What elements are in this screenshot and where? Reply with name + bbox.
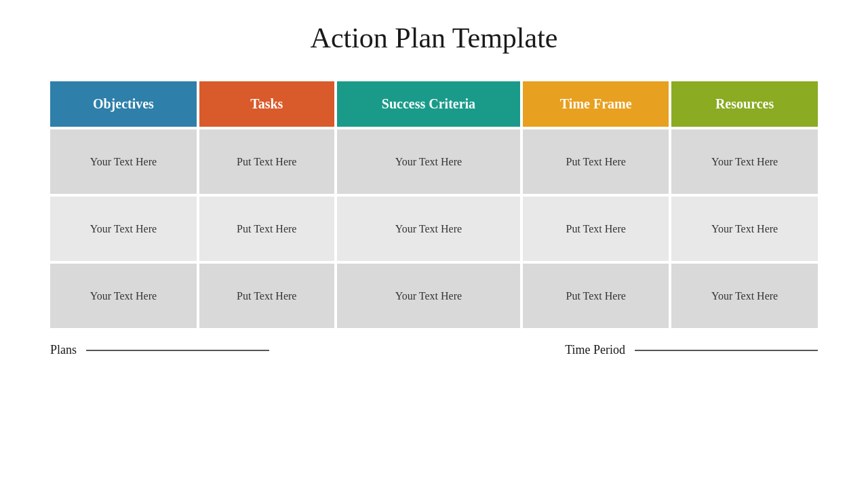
footer-time-period: Time Period: [565, 343, 818, 357]
cell-success-row1[interactable]: Your Text Here: [337, 197, 521, 261]
cell-resources-row0[interactable]: Your Text Here: [671, 129, 818, 194]
cell-timeframe-row0[interactable]: Put Text Here: [523, 129, 669, 194]
header-objectives: Objectives: [50, 81, 197, 127]
cell-success-row0[interactable]: Your Text Here: [337, 129, 521, 194]
cell-resources-row1[interactable]: Your Text Here: [671, 197, 818, 261]
header-resources: Resources: [671, 81, 818, 127]
table-row: Your Text HerePut Text HereYour Text Her…: [50, 197, 818, 261]
cell-objectives-row0[interactable]: Your Text Here: [50, 129, 197, 194]
cell-timeframe-row2[interactable]: Put Text Here: [523, 264, 669, 328]
header-success-criteria: Success Criteria: [337, 81, 521, 127]
cell-timeframe-row1[interactable]: Put Text Here: [523, 197, 669, 261]
plans-label: Plans: [50, 343, 77, 357]
header-tasks: Tasks: [199, 81, 334, 127]
plans-line: [86, 350, 269, 351]
footer-plans: Plans: [50, 343, 269, 357]
time-period-label: Time Period: [565, 343, 625, 357]
cell-success-row2[interactable]: Your Text Here: [337, 264, 521, 328]
table-row: Your Text HerePut Text HereYour Text Her…: [50, 264, 818, 328]
cell-tasks-row1[interactable]: Put Text Here: [199, 197, 334, 261]
time-period-line: [635, 350, 818, 351]
table-row: Your Text HerePut Text HereYour Text Her…: [50, 129, 818, 194]
cell-objectives-row2[interactable]: Your Text Here: [50, 264, 197, 328]
cell-tasks-row0[interactable]: Put Text Here: [199, 129, 334, 194]
cell-tasks-row2[interactable]: Put Text Here: [199, 264, 334, 328]
page-title: Action Plan Template: [311, 22, 558, 54]
header-time-frame: Time Frame: [523, 81, 669, 127]
cell-objectives-row1[interactable]: Your Text Here: [50, 197, 197, 261]
cell-resources-row2[interactable]: Your Text Here: [671, 264, 818, 328]
